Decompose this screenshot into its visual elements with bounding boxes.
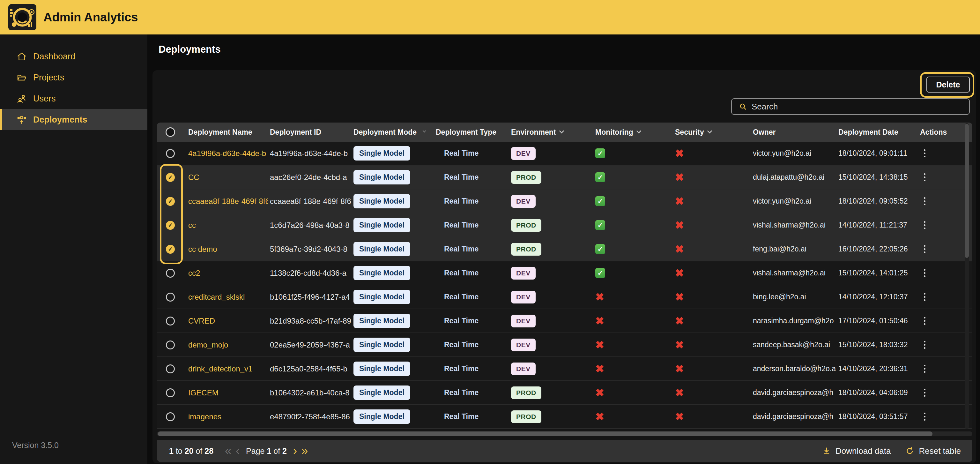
- sidebar-item-dashboard[interactable]: Dashboard: [0, 46, 147, 67]
- deployment-mode-cell: Single Model: [352, 285, 434, 309]
- row-actions-menu-icon[interactable]: [924, 245, 926, 253]
- row-checkbox[interactable]: [166, 412, 175, 421]
- deployment-type-cell: Real Time: [434, 357, 509, 380]
- row-checkbox-cell[interactable]: ✓: [157, 238, 186, 261]
- column-header-deployment-mode[interactable]: Deployment Mode: [352, 123, 434, 142]
- row-checkbox[interactable]: [166, 388, 175, 397]
- row-checkbox-cell[interactable]: [157, 381, 186, 404]
- deployment-mode-cell: Single Model: [352, 166, 434, 189]
- search-box[interactable]: [731, 98, 970, 115]
- last-page-button[interactable]: »: [301, 445, 308, 457]
- sidebar-item-users[interactable]: Users: [0, 88, 147, 109]
- deployment-name-link[interactable]: imagenes: [188, 412, 221, 421]
- monitoring-cell: ✖: [593, 309, 673, 333]
- row-checkbox-cell[interactable]: [157, 309, 186, 333]
- deployment-name-link[interactable]: drink_detection_v1: [188, 364, 252, 373]
- sidebar-item-projects[interactable]: Projects: [0, 67, 147, 88]
- deployment-mode-cell: Single Model: [352, 333, 434, 356]
- actions-cell: [918, 405, 972, 428]
- deployment-name-link[interactable]: IGECEM: [188, 388, 218, 397]
- environment-badge: DEV: [511, 291, 536, 303]
- column-header-security[interactable]: Security: [673, 123, 751, 142]
- row-checkbox-cell[interactable]: [157, 357, 186, 380]
- row-checkbox-cell[interactable]: ✓: [157, 214, 186, 237]
- deployment-mode-cell: Single Model: [352, 309, 434, 333]
- column-header-monitoring[interactable]: Monitoring: [593, 123, 673, 142]
- row-actions-menu-icon[interactable]: [924, 341, 926, 349]
- row-actions-menu-icon[interactable]: [924, 365, 926, 373]
- monitoring-cell: ✖: [593, 381, 673, 404]
- previous-page-button[interactable]: ‹: [236, 445, 240, 457]
- row-checkbox[interactable]: ✓: [166, 245, 175, 254]
- environment-cell: DEV: [509, 261, 593, 285]
- row-actions-menu-icon[interactable]: [924, 413, 926, 421]
- row-checkbox-cell[interactable]: ✓: [157, 190, 186, 213]
- select-all-checkbox-cell[interactable]: [157, 123, 186, 142]
- row-checkbox[interactable]: ✓: [166, 173, 175, 182]
- reset-table-button[interactable]: Reset table: [905, 446, 961, 456]
- vertical-scrollbar-thumb[interactable]: [965, 124, 969, 258]
- column-header-deployment-date: Deployment Date: [837, 123, 918, 142]
- row-actions-menu-icon[interactable]: [924, 149, 926, 157]
- row-checkbox-cell[interactable]: ✓: [157, 166, 186, 189]
- deployment-name-link[interactable]: cc: [188, 221, 196, 230]
- owner-cell: david.garciaespinoza@h: [751, 381, 837, 404]
- row-checkbox[interactable]: [166, 293, 175, 301]
- deployment-mode-cell: Single Model: [352, 238, 434, 261]
- row-checkbox[interactable]: [166, 364, 175, 373]
- row-checkbox[interactable]: [166, 269, 175, 277]
- deployment-name-link[interactable]: creditcard_sklskl: [188, 293, 245, 301]
- download-data-button[interactable]: Download data: [822, 446, 891, 456]
- deployment-name-link[interactable]: CVRED: [188, 317, 215, 325]
- deployment-name-link[interactable]: ccaaea8f-188e-469f-8f6: [188, 197, 268, 206]
- row-checkbox-cell[interactable]: [157, 285, 186, 309]
- row-actions-menu-icon[interactable]: [924, 221, 926, 229]
- sidebar-nav: Dashboard Projects Users Deployments: [0, 46, 147, 130]
- search-input[interactable]: [747, 99, 969, 114]
- monitoring-cell: ✓: [593, 214, 673, 237]
- security-status-icon: ✖: [675, 220, 684, 230]
- app-bar: Admin Analytics: [0, 0, 980, 35]
- deployment-name-link[interactable]: CC: [188, 173, 199, 182]
- deployment-type-cell: Real Time: [434, 285, 509, 309]
- security-status-icon: ✖: [675, 364, 684, 374]
- delete-button[interactable]: Delete: [926, 77, 970, 92]
- monitoring-cell: ✖: [593, 333, 673, 356]
- security-status-icon: ✖: [675, 196, 684, 206]
- row-checkbox[interactable]: [166, 317, 175, 325]
- select-all-checkbox[interactable]: [165, 128, 175, 137]
- column-header-deployment-name: Deployment Name: [186, 123, 268, 142]
- row-actions-menu-icon[interactable]: [924, 293, 926, 301]
- deployment-name-link[interactable]: cc demo: [188, 245, 217, 254]
- row-actions-menu-icon[interactable]: [924, 389, 926, 397]
- environment-cell: PROD: [509, 381, 593, 404]
- deployment-name-link[interactable]: cc2: [188, 269, 200, 277]
- row-checkbox-cell[interactable]: [157, 261, 186, 285]
- row-actions-menu-icon[interactable]: [924, 317, 926, 325]
- row-actions-menu-icon[interactable]: [924, 197, 926, 205]
- deployment-name-cell: IGECEM: [186, 381, 268, 404]
- row-checkbox[interactable]: ✓: [166, 197, 175, 206]
- horizontal-scrollbar-thumb[interactable]: [158, 431, 932, 436]
- sidebar-item-label: Dashboard: [33, 52, 75, 62]
- row-checkbox-cell[interactable]: [157, 405, 186, 428]
- table-row: drink_detection_v1 d6c125a0-2584-4f65-b …: [157, 357, 972, 381]
- table-row: imagenes e48790f2-758f-4e85-86 Single Mo…: [157, 405, 972, 429]
- deployment-name-link[interactable]: demo_mojo: [188, 341, 228, 349]
- row-actions-menu-icon[interactable]: [924, 269, 926, 277]
- column-header-deployment-type: Deployment Type: [434, 123, 509, 142]
- row-checkbox-cell[interactable]: [157, 142, 186, 165]
- row-checkbox[interactable]: [166, 149, 175, 158]
- first-page-button[interactable]: «: [225, 445, 231, 457]
- deployment-name-cell: creditcard_sklskl: [186, 285, 268, 309]
- owner-cell: victor.yun@h2o.ai: [751, 190, 837, 213]
- sidebar-item-deployments[interactable]: Deployments: [0, 109, 147, 130]
- row-actions-menu-icon[interactable]: [924, 173, 926, 181]
- row-checkbox[interactable]: [166, 341, 175, 349]
- deployment-name-link[interactable]: 4a19f96a-d63e-44de-b: [188, 149, 266, 158]
- column-header-environment[interactable]: Environment: [509, 123, 593, 142]
- deployment-id-cell: 5f369a7c-39d2-4043-8: [268, 238, 352, 261]
- row-checkbox-cell[interactable]: [157, 333, 186, 356]
- row-checkbox[interactable]: ✓: [166, 221, 175, 230]
- next-page-button[interactable]: ›: [293, 445, 297, 457]
